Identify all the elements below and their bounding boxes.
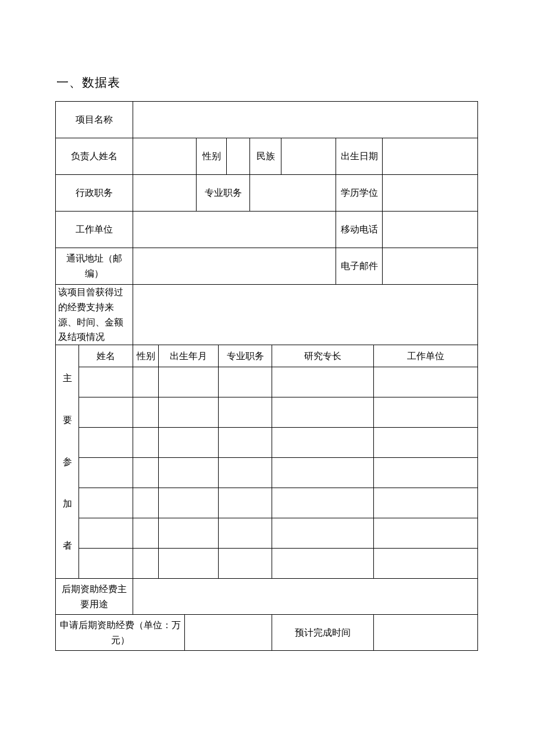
table-row [56, 367, 478, 397]
label-birth-date: 出生日期 [336, 138, 383, 175]
p-specialty-cell[interactable] [272, 518, 374, 549]
p-name-cell[interactable] [79, 518, 133, 549]
value-address[interactable] [133, 248, 336, 285]
p-name-cell[interactable] [79, 458, 133, 488]
label-ethnicity: 民族 [250, 138, 281, 175]
p-gender-cell[interactable] [133, 518, 159, 549]
p-workunit-cell[interactable] [374, 488, 478, 518]
p-name-cell[interactable] [79, 428, 133, 458]
p-workunit-cell[interactable] [374, 367, 478, 397]
label-professional-title: 专业职务 [197, 175, 250, 212]
label-participants-vertical: 主要参加者 [56, 345, 79, 579]
value-email[interactable] [383, 248, 478, 285]
value-degree[interactable] [383, 175, 478, 212]
table-row [56, 458, 478, 488]
table-row [56, 488, 478, 518]
p-workunit-cell[interactable] [374, 518, 478, 549]
p-gender-cell[interactable] [133, 549, 159, 579]
table-row [56, 549, 478, 579]
p-title-cell[interactable] [219, 397, 272, 428]
p-birth-cell[interactable] [159, 397, 219, 428]
p-specialty-cell[interactable] [272, 367, 374, 397]
p-specialty-cell[interactable] [272, 488, 374, 518]
label-degree: 学历学位 [336, 175, 383, 212]
value-birth-date[interactable] [383, 138, 478, 175]
p-gender-cell[interactable] [133, 458, 159, 488]
label-fund-usage: 后期资助经费主要用途 [56, 579, 133, 615]
label-mobile: 移动电话 [336, 212, 383, 248]
section-title: 一、数据表 [56, 74, 480, 91]
p-name-cell[interactable] [79, 488, 133, 518]
p-title-cell[interactable] [219, 458, 272, 488]
value-mobile[interactable] [383, 212, 478, 248]
page: 一、数据表 项目名称 负责人姓名 [0, 0, 535, 756]
p-title-cell[interactable] [219, 367, 272, 397]
p-workunit-cell[interactable] [374, 549, 478, 579]
p-workunit-cell[interactable] [374, 428, 478, 458]
label-work-unit: 工作单位 [56, 212, 133, 248]
p-title-cell[interactable] [219, 488, 272, 518]
label-p-specialty: 研究专长 [272, 345, 374, 367]
label-p-workunit: 工作单位 [374, 345, 478, 367]
p-birth-cell[interactable] [159, 428, 219, 458]
label-gender: 性别 [197, 138, 227, 175]
p-specialty-cell[interactable] [272, 549, 374, 579]
value-fund-usage[interactable] [133, 579, 478, 615]
value-work-unit[interactable] [133, 212, 336, 248]
p-specialty-cell[interactable] [272, 428, 374, 458]
p-birth-cell[interactable] [159, 367, 219, 397]
p-workunit-cell[interactable] [374, 397, 478, 428]
label-project-name: 项目名称 [56, 102, 133, 138]
value-apply-amount[interactable] [185, 615, 272, 651]
p-birth-cell[interactable] [159, 518, 219, 549]
label-p-gender: 性别 [133, 345, 159, 367]
value-gender[interactable] [227, 138, 250, 175]
value-leader-name[interactable] [133, 138, 197, 175]
p-gender-cell[interactable] [133, 428, 159, 458]
p-birth-cell[interactable] [159, 458, 219, 488]
label-leader-name: 负责人姓名 [56, 138, 133, 175]
label-prior-funding: 该项目曾获得过的经费支持来源、时间、金额及结项情况 [56, 285, 133, 345]
p-workunit-cell[interactable] [374, 458, 478, 488]
p-title-cell[interactable] [219, 428, 272, 458]
p-birth-cell[interactable] [159, 488, 219, 518]
label-p-title: 专业职务 [219, 345, 272, 367]
table-row [56, 428, 478, 458]
label-email: 电子邮件 [336, 248, 383, 285]
p-specialty-cell[interactable] [272, 397, 374, 428]
value-ethnicity[interactable] [281, 138, 336, 175]
p-gender-cell[interactable] [133, 367, 159, 397]
value-expected-completion[interactable] [374, 615, 478, 651]
value-professional-title[interactable] [250, 175, 336, 212]
label-address: 通讯地址（邮编） [56, 248, 133, 285]
p-name-cell[interactable] [79, 367, 133, 397]
label-p-name: 姓名 [79, 345, 133, 367]
value-project-name[interactable] [133, 102, 478, 138]
data-table: 项目名称 负责人姓名 性别 民族 出生日期 行政职务 专业职务 学历学位 工作单… [55, 101, 478, 651]
p-gender-cell[interactable] [133, 397, 159, 428]
p-name-cell[interactable] [79, 549, 133, 579]
p-name-cell[interactable] [79, 397, 133, 428]
label-expected-completion: 预计完成时间 [272, 615, 374, 651]
table-row [56, 518, 478, 549]
value-admin-position[interactable] [133, 175, 197, 212]
p-specialty-cell[interactable] [272, 458, 374, 488]
label-p-birth: 出生年月 [159, 345, 219, 367]
label-apply-amount: 申请后期资助经费（单位：万元） [56, 615, 185, 651]
p-title-cell[interactable] [219, 518, 272, 549]
p-title-cell[interactable] [219, 549, 272, 579]
participants-vertical-text: 主要参加者 [58, 357, 76, 567]
label-admin-position: 行政职务 [56, 175, 133, 212]
value-prior-funding[interactable] [133, 285, 478, 345]
p-birth-cell[interactable] [159, 549, 219, 579]
table-row [56, 397, 478, 428]
p-gender-cell[interactable] [133, 488, 159, 518]
